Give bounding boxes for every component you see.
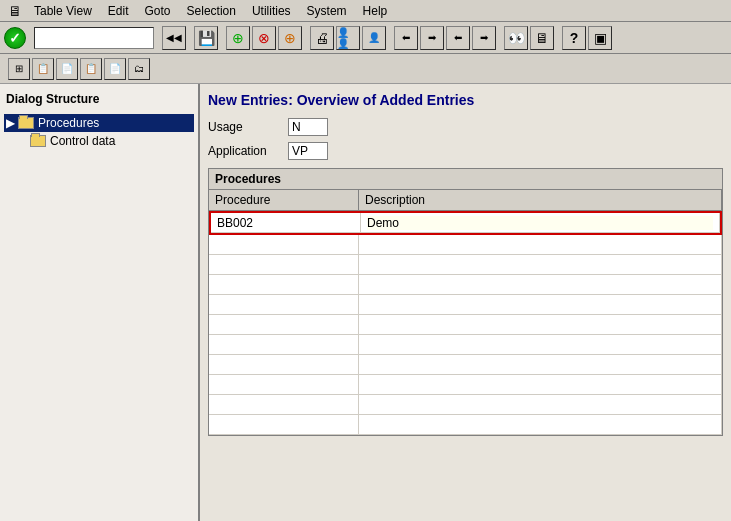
tree-label-procedures: Procedures	[38, 116, 99, 130]
empty-row-3	[209, 255, 722, 275]
folder-icon-procedures	[18, 117, 34, 129]
toolbar-top: ✓ ◀◀ 💾 ⊕ ⊗ ⊕ 🖨 👤👤 👤 ⬅ ➡ ⬅ ➡ 👀 🖥 ? ▣	[0, 22, 731, 54]
page-title: New Entries: Overview of Added Entries	[208, 92, 723, 108]
menu-utilities[interactable]: Utilities	[244, 2, 299, 20]
col-header-description: Description	[359, 190, 722, 210]
usage-value[interactable]: N	[288, 118, 328, 136]
procedures-section-header: Procedures	[209, 169, 722, 190]
menu-sap-icon[interactable]: 🖥	[4, 1, 26, 21]
print3-button[interactable]: 👤	[362, 26, 386, 50]
application-value[interactable]: VP	[288, 142, 328, 160]
toolbar-sub: ⊞ 📋 📄 📋 📄 🗂	[0, 54, 731, 84]
description-input-1[interactable]	[367, 216, 713, 230]
monitor-button[interactable]: 🖥	[530, 26, 554, 50]
empty-row-11	[209, 415, 722, 435]
find2-button[interactable]: ⊗	[252, 26, 276, 50]
checkmark-icon: ✓	[9, 30, 21, 46]
menu-goto[interactable]: Goto	[137, 2, 179, 20]
menu-system[interactable]: System	[299, 2, 355, 20]
sub-btn-4[interactable]: 📋	[80, 58, 102, 80]
table-header: Procedure Description	[209, 190, 722, 211]
jump-button[interactable]: 👀	[504, 26, 528, 50]
tree-indent: ▶	[6, 116, 18, 130]
main-content: Dialog Structure ▶ Procedures Control da…	[0, 84, 731, 521]
sub-btn-6[interactable]: 🗂	[128, 58, 150, 80]
help-button[interactable]: ?	[562, 26, 586, 50]
tree-label-control-data: Control data	[50, 134, 115, 148]
empty-row-10	[209, 395, 722, 415]
menu-table-view[interactable]: Table View	[26, 2, 100, 20]
usage-row: Usage N	[208, 118, 723, 136]
sub-btn-3[interactable]: 📄	[56, 58, 78, 80]
empty-row-6	[209, 315, 722, 335]
print2-button[interactable]: 👤👤	[336, 26, 360, 50]
dialog-structure-title: Dialog Structure	[4, 88, 194, 110]
empty-row-8	[209, 355, 722, 375]
append-row-icon: ⊞	[15, 63, 23, 74]
procedure-cell-1[interactable]	[211, 213, 361, 232]
icon-6: 🗂	[134, 63, 144, 74]
menu-help[interactable]: Help	[355, 2, 396, 20]
icon-2: 📋	[37, 63, 49, 74]
menu-selection[interactable]: Selection	[179, 2, 244, 20]
status-ok-button[interactable]: ✓	[4, 27, 26, 49]
col-header-procedure: Procedure	[209, 190, 359, 210]
table-row-1[interactable]	[211, 213, 720, 233]
folder-icon-control-data	[30, 135, 46, 147]
procedure-input-1[interactable]	[217, 216, 354, 230]
find-button[interactable]: ⊕	[226, 26, 250, 50]
arrow4-button[interactable]: ➡	[472, 26, 496, 50]
icon-4: 📋	[85, 63, 97, 74]
empty-row-9	[209, 375, 722, 395]
left-panel: Dialog Structure ▶ Procedures Control da…	[0, 84, 200, 521]
empty-row-5	[209, 295, 722, 315]
procedures-table: Procedure Description	[209, 190, 722, 435]
icon-5: 📄	[109, 63, 121, 74]
command-input[interactable]	[34, 27, 154, 49]
procedures-section: Procedures Procedure Description	[208, 168, 723, 436]
menu-edit[interactable]: Edit	[100, 2, 137, 20]
usage-label: Usage	[208, 120, 288, 134]
menu-bar: 🖥 Table View Edit Goto Selection Utiliti…	[0, 0, 731, 22]
settings-button[interactable]: ▣	[588, 26, 612, 50]
save-button[interactable]: 💾	[194, 26, 218, 50]
application-row: Application VP	[208, 142, 723, 160]
tree-item-control-data[interactable]: Control data	[4, 132, 194, 150]
sub-btn-1[interactable]: ⊞	[8, 58, 30, 80]
arrow2-button[interactable]: ➡	[420, 26, 444, 50]
empty-row-4	[209, 275, 722, 295]
sub-btn-2[interactable]: 📋	[32, 58, 54, 80]
find3-button[interactable]: ⊕	[278, 26, 302, 50]
active-row-border	[209, 211, 722, 235]
right-panel: New Entries: Overview of Added Entries U…	[200, 84, 731, 521]
arrow1-button[interactable]: ⬅	[394, 26, 418, 50]
nav-prev-prev-button[interactable]: ◀◀	[162, 26, 186, 50]
print-button[interactable]: 🖨	[310, 26, 334, 50]
application-label: Application	[208, 144, 288, 158]
icon-3: 📄	[61, 63, 73, 74]
tree-item-procedures[interactable]: ▶ Procedures	[4, 114, 194, 132]
empty-row-7	[209, 335, 722, 355]
empty-row-2	[209, 235, 722, 255]
arrow3-button[interactable]: ⬅	[446, 26, 470, 50]
sub-btn-5[interactable]: 📄	[104, 58, 126, 80]
description-cell-1[interactable]	[361, 213, 720, 232]
